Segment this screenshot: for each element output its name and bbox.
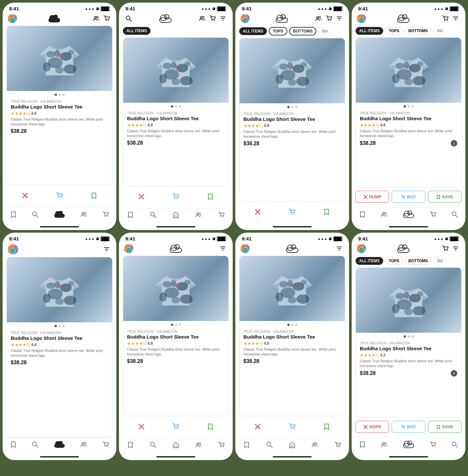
buy-button[interactable]: BUY: [392, 421, 425, 433]
buy-button[interactable]: [285, 205, 299, 219]
filter-tab-ou[interactable]: OU: [318, 27, 331, 35]
bottom-nav-cloud-outline[interactable]: [402, 210, 415, 218]
bottom-nav-cloud-dark[interactable]: [53, 210, 66, 218]
nav-logo[interactable]: [396, 244, 410, 253]
bottom-nav-search[interactable]: [150, 441, 157, 448]
bottom-nav-people[interactable]: [80, 441, 87, 448]
info-button[interactable]: i: [451, 140, 457, 147]
dump-button[interactable]: [18, 188, 32, 203]
filter-icon[interactable]: [451, 14, 460, 23]
buy-button[interactable]: [52, 188, 67, 203]
save-button[interactable]: [203, 419, 217, 434]
bottom-nav-search[interactable]: [451, 441, 458, 448]
filter-tab-allitems[interactable]: ALL ITEMS: [123, 27, 150, 35]
bottom-nav-cloud-outline[interactable]: [402, 440, 415, 448]
dump-button[interactable]: [134, 419, 149, 434]
filter-tab-allitems[interactable]: ALL ITEMS: [356, 27, 383, 35]
bottom-nav-people[interactable]: [381, 441, 388, 448]
save-button[interactable]: [203, 189, 217, 204]
dump-button[interactable]: [134, 189, 149, 204]
filter-icon[interactable]: [218, 244, 228, 253]
people-icon[interactable]: [92, 14, 101, 23]
filter-icon[interactable]: [218, 14, 228, 23]
filter-tab-allitems[interactable]: ALL ITEMS: [239, 27, 267, 35]
bottom-nav-bookmark[interactable]: [10, 441, 17, 448]
filter-icon[interactable]: [335, 244, 344, 253]
dump-button[interactable]: DUMP: [356, 191, 389, 203]
bottom-nav-cart[interactable]: [429, 441, 436, 448]
bottom-nav-bookmark[interactable]: [10, 211, 17, 218]
bottom-nav-cart[interactable]: [218, 441, 225, 448]
bottom-nav-home[interactable]: [289, 441, 296, 448]
bottom-nav-bookmark[interactable]: [127, 211, 134, 218]
filter-tab-bottoms[interactable]: BOTTOMS: [405, 257, 432, 265]
bottom-nav-home[interactable]: [172, 441, 179, 448]
buy-button[interactable]: [169, 419, 183, 434]
bottom-nav-search[interactable]: [266, 441, 273, 448]
svg-point-34: [164, 15, 169, 19]
cart-icon[interactable]: [102, 14, 111, 23]
bottom-nav-people[interactable]: [195, 211, 202, 218]
search-icon[interactable]: [124, 14, 133, 23]
filter-tab-ou[interactable]: OU: [433, 257, 446, 265]
buy-button[interactable]: [169, 189, 183, 204]
save-button[interactable]: [87, 188, 101, 203]
dump-button[interactable]: [251, 419, 265, 434]
product-title: Buddha Logo Short Sleeve Tee: [243, 334, 341, 340]
cart-icon[interactable]: [208, 14, 217, 23]
bottom-nav-bookmark[interactable]: [359, 441, 366, 448]
cart-icon[interactable]: [441, 244, 450, 253]
dump-button[interactable]: NOPE: [356, 421, 389, 433]
bottom-nav-people[interactable]: [381, 211, 388, 218]
filter-tab-tops[interactable]: TOPS: [269, 27, 287, 35]
bottom-nav-people[interactable]: [80, 211, 87, 218]
save-button[interactable]: SAVE: [428, 191, 462, 203]
nav-logo[interactable]: [158, 14, 173, 23]
bottom-nav-cart[interactable]: [102, 211, 109, 218]
filter-tab-bottoms[interactable]: BOTTOMS: [289, 27, 317, 35]
filter-icon[interactable]: [451, 244, 460, 253]
buy-button[interactable]: [285, 419, 299, 434]
bottom-nav-bookmark[interactable]: [127, 441, 134, 448]
bottom-nav-search[interactable]: [150, 211, 157, 218]
bottom-nav-cart[interactable]: [429, 211, 436, 218]
filter-icon[interactable]: [335, 14, 344, 23]
bottom-nav-bookmark[interactable]: [243, 441, 250, 448]
bottom-nav-search[interactable]: [32, 211, 39, 218]
cart-icon[interactable]: [324, 14, 333, 23]
bottom-nav-cart[interactable]: [218, 211, 225, 218]
info-button[interactable]: i: [451, 370, 457, 377]
people-icon[interactable]: [314, 14, 323, 23]
svg-point-47: [159, 74, 167, 84]
filter-tab-allitems[interactable]: ALL ITEMS: [356, 257, 383, 265]
dump-button[interactable]: [251, 205, 265, 219]
cart-icon[interactable]: [441, 14, 450, 23]
save-button[interactable]: [319, 419, 334, 434]
filter-tab-tops[interactable]: TOPS: [385, 257, 403, 265]
bottom-nav-cloud-dark[interactable]: [53, 440, 66, 448]
bottom-nav-search[interactable]: [32, 441, 39, 448]
bottom-nav-bookmark[interactable]: [359, 211, 366, 218]
bottom-nav-people[interactable]: [311, 441, 318, 448]
filter-tab-bottoms[interactable]: BOTTOMS: [405, 27, 432, 35]
nav-logo[interactable]: [285, 244, 299, 253]
save-button[interactable]: [319, 205, 334, 219]
nav-logo[interactable]: [275, 14, 289, 23]
bottom-nav-people[interactable]: [195, 441, 202, 448]
nav-logo[interactable]: [47, 14, 61, 23]
status-bar: 9:41 ▲▲▲ ◕ ███: [352, 3, 465, 13]
brand-line: TRUE RELIGION · VIA AMAZON: [127, 330, 225, 333]
save-button[interactable]: SAVE: [428, 421, 462, 433]
nav-logo[interactable]: [396, 14, 410, 23]
bottom-nav-home[interactable]: [172, 211, 179, 218]
filter-tab-tops[interactable]: TOPS: [385, 27, 403, 35]
product-info: TRUE RELIGION · VIA AMAZON Buddha Logo S…: [240, 109, 345, 150]
buy-button[interactable]: BUY: [392, 191, 425, 203]
bottom-nav-cart[interactable]: [334, 441, 341, 448]
filter-tab-ou[interactable]: OU: [433, 27, 446, 35]
filter-icon[interactable]: [102, 245, 111, 254]
people-icon[interactable]: [198, 14, 207, 23]
nav-logo[interactable]: [169, 244, 183, 253]
bottom-nav-cart[interactable]: [102, 441, 109, 448]
bottom-nav-search[interactable]: [451, 211, 458, 218]
